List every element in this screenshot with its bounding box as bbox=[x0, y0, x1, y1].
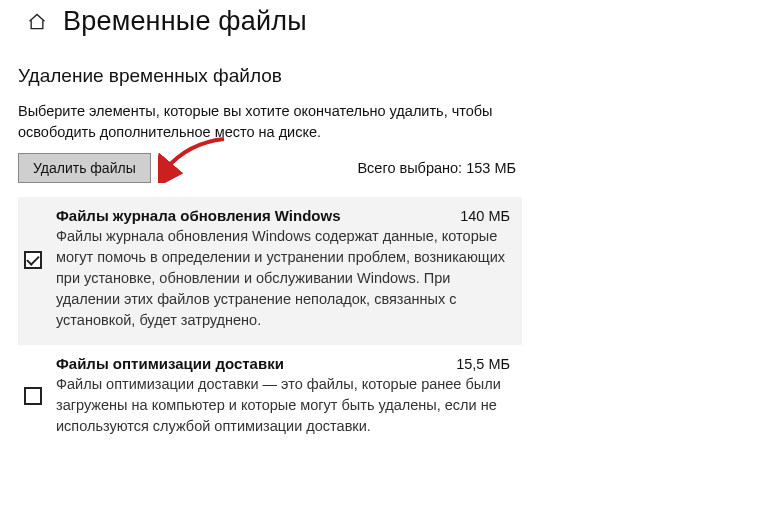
item-list: Файлы журнала обновления Windows 140 МБ … bbox=[18, 197, 522, 451]
total-selected-label: Всего выбрано: 153 МБ bbox=[357, 160, 516, 176]
header: Временные файлы bbox=[0, 0, 784, 47]
item-title: Файлы журнала обновления Windows bbox=[56, 207, 341, 224]
item-checkbox[interactable] bbox=[24, 251, 42, 269]
home-icon[interactable] bbox=[27, 12, 47, 32]
item-description: Файлы журнала обновления Windows содержа… bbox=[56, 226, 510, 331]
content: Удаление временных файлов Выберите элеме… bbox=[0, 47, 540, 451]
item-size: 140 МБ bbox=[460, 208, 510, 224]
delete-files-button[interactable]: Удалить файлы bbox=[18, 153, 151, 183]
item-description: Файлы оптимизации доставки — это файлы, … bbox=[56, 374, 510, 437]
action-row: Удалить файлы Всего выбрано: 153 МБ bbox=[18, 153, 522, 183]
item-size: 15,5 МБ bbox=[456, 356, 510, 372]
item-checkbox[interactable] bbox=[24, 387, 42, 405]
page-title: Временные файлы bbox=[63, 6, 307, 37]
list-item: Файлы оптимизации доставки 15,5 МБ Файлы… bbox=[18, 345, 522, 451]
section-heading: Удаление временных файлов bbox=[18, 65, 522, 87]
instructions-text: Выберите элементы, которые вы хотите око… bbox=[18, 101, 522, 143]
item-title: Файлы оптимизации доставки bbox=[56, 355, 284, 372]
list-item: Файлы журнала обновления Windows 140 МБ … bbox=[18, 197, 522, 345]
